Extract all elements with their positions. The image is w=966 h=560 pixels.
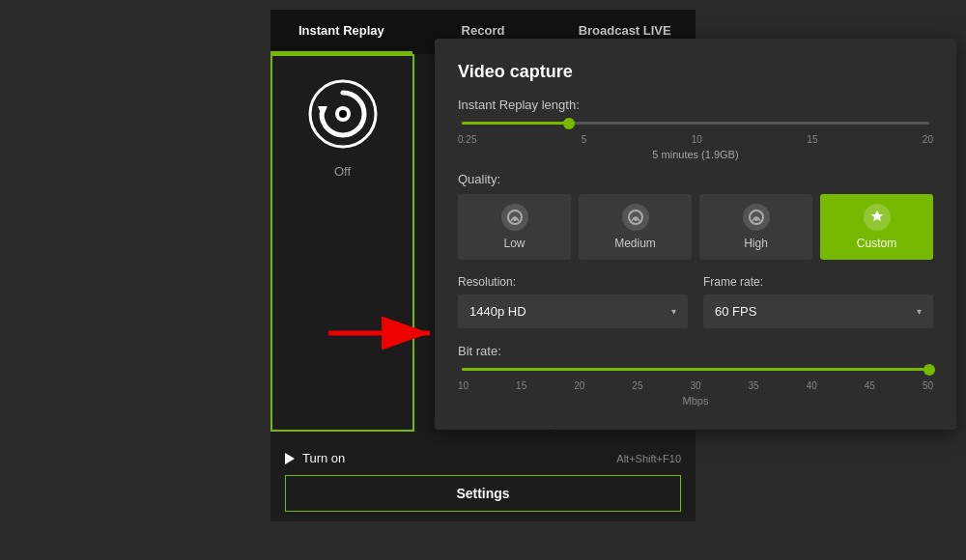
resolution-group: Resolution: 1440p HD ▾ <box>458 275 688 328</box>
quality-medium-label: Medium <box>614 237 656 250</box>
framerate-dropdown[interactable]: 60 FPS ▾ <box>703 294 933 328</box>
settings-panel-title: Video capture <box>458 62 933 82</box>
bit-tick-10: 10 <box>458 380 469 391</box>
bitrate-track <box>462 368 929 371</box>
play-icon <box>285 453 295 464</box>
resolution-dropdown[interactable]: 1440p HD ▾ <box>458 294 688 328</box>
instant-replay-status: Off <box>334 164 351 179</box>
quality-custom-icon <box>864 204 891 231</box>
bit-tick-15: 15 <box>516 380 526 391</box>
bit-tick-20: 20 <box>574 380 584 391</box>
quality-low[interactable]: Low <box>458 194 571 260</box>
bit-tick-40: 40 <box>807 380 817 391</box>
card-instant-replay[interactable]: Off <box>270 54 414 432</box>
quality-high[interactable]: High <box>699 194 812 260</box>
tick-15: 15 <box>807 134 817 145</box>
quality-custom[interactable]: Custom <box>820 194 933 260</box>
replay-value-label: 5 minutes (1.9GB) <box>458 149 933 160</box>
shortcut-label: Alt+Shift+F10 <box>616 453 681 464</box>
right-panel: Video capture Instant Replay length: 0.2… <box>435 39 956 430</box>
bit-tick-30: 30 <box>690 380 700 391</box>
quality-medium[interactable]: Medium <box>579 194 692 260</box>
bitrate-fill <box>462 368 929 371</box>
tick-0.25: 0.25 <box>458 134 476 145</box>
bitrate-slider[interactable] <box>458 368 933 371</box>
svg-point-17 <box>754 217 758 221</box>
replay-length-label: Instant Replay length: <box>458 98 933 112</box>
bit-tick-50: 50 <box>923 380 933 391</box>
tab-instant-replay[interactable]: Instant Replay <box>270 10 412 54</box>
bitrate-tick-labels: 10 15 20 25 30 35 40 45 50 <box>458 380 933 391</box>
turn-on-row: Turn on Alt+Shift+F10 <box>285 441 681 475</box>
resolution-label: Resolution: <box>458 275 688 289</box>
screenshot-container: Instant Replay Record Broadcast LIVE Off <box>10 10 956 550</box>
bottom-section: Turn on Alt+Shift+F10 Settings <box>270 432 696 521</box>
bit-tick-25: 25 <box>632 380 642 391</box>
bitrate-unit: Mbps <box>458 395 933 406</box>
quality-low-icon <box>501 204 528 231</box>
framerate-chevron: ▾ <box>917 306 922 317</box>
svg-point-13 <box>513 217 517 221</box>
replay-tick-labels: 0.25 5 10 15 20 <box>458 134 933 145</box>
quality-high-label: High <box>744 237 768 250</box>
tick-20: 20 <box>923 134 933 145</box>
svg-point-3 <box>339 110 347 118</box>
settings-button[interactable]: Settings <box>285 475 681 512</box>
bitrate-section: Bit rate: 10 15 20 25 30 35 40 45 50 Mbp… <box>458 344 933 406</box>
dropdowns-row: Resolution: 1440p HD ▾ Frame rate: 60 FP… <box>458 275 933 328</box>
framerate-value: 60 FPS <box>715 304 756 319</box>
svg-marker-1 <box>318 106 327 118</box>
framerate-group: Frame rate: 60 FPS ▾ <box>703 275 933 328</box>
tick-10: 10 <box>692 134 702 145</box>
framerate-label: Frame rate: <box>703 275 933 289</box>
bit-tick-45: 45 <box>865 380 875 391</box>
quality-label: Quality: <box>458 172 933 186</box>
resolution-value: 1440p HD <box>469 304 526 319</box>
replay-length-slider[interactable] <box>458 122 933 125</box>
arrow-overlay <box>328 309 444 361</box>
replay-track <box>462 122 929 125</box>
tick-5: 5 <box>582 134 587 145</box>
quality-low-label: Low <box>503 237 525 250</box>
replay-thumb[interactable] <box>563 118 575 129</box>
instant-replay-icon <box>304 75 382 153</box>
replay-fill <box>462 122 569 125</box>
quality-row: Low Medium <box>458 194 933 260</box>
bitrate-thumb[interactable] <box>923 364 935 376</box>
quality-high-icon <box>743 204 770 231</box>
bit-tick-35: 35 <box>749 380 759 391</box>
svg-point-15 <box>634 217 638 221</box>
turn-on-label[interactable]: Turn on <box>302 451 345 465</box>
bitrate-label: Bit rate: <box>458 344 933 358</box>
quality-medium-icon <box>622 204 649 231</box>
resolution-chevron: ▾ <box>671 306 676 317</box>
turn-on-left: Turn on <box>285 451 345 465</box>
quality-custom-label: Custom <box>857 237 896 250</box>
